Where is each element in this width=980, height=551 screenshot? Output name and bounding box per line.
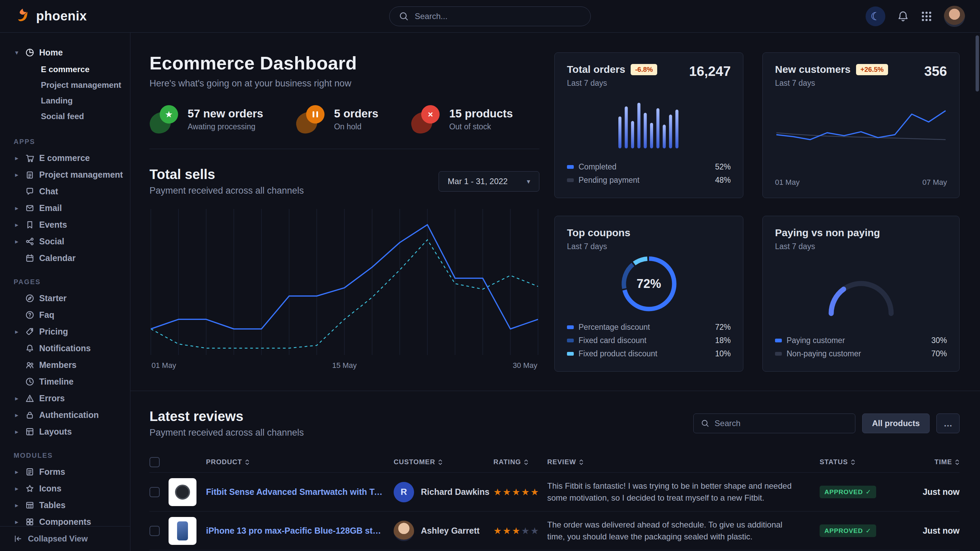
column-header-customer[interactable]: CUSTOMER xyxy=(394,458,493,466)
top-navbar: phoenix ☾ xyxy=(0,0,980,33)
sort-icon xyxy=(438,459,443,466)
sidebar-item-icons[interactable]: ▸ Icons xyxy=(0,480,130,497)
navbar-search[interactable] xyxy=(389,6,591,26)
check-icon: ✓ xyxy=(865,527,871,535)
compass-icon xyxy=(25,294,34,303)
collapse-icon xyxy=(14,534,22,543)
more-options-button[interactable]: … xyxy=(936,413,959,433)
cart-icon xyxy=(25,154,34,163)
order-stats: ★ 57 new orders Awating processing 5 ord… xyxy=(150,89,539,149)
column-header-time[interactable]: TIME xyxy=(905,458,959,466)
sidebar-item-social[interactable]: ▸ Social xyxy=(0,233,130,250)
sidebar-item-notifications[interactable]: Notifications xyxy=(0,340,130,357)
star-icon xyxy=(25,484,34,493)
reviews-subtitle: Payment received across all channels xyxy=(150,427,304,438)
sidebar-item-errors[interactable]: ▸ Errors xyxy=(0,390,130,407)
sidebar-item-email[interactable]: ▸ Email xyxy=(0,200,130,216)
sidebar-item-ecommerce-app[interactable]: ▸ E commerce xyxy=(0,150,130,167)
page-scrollbar[interactable] xyxy=(975,35,979,92)
table-row: iPhone 13 pro max-Pacific Blue-128GB sto… xyxy=(150,511,959,550)
sidebar-item-faq[interactable]: Faq xyxy=(0,306,130,323)
sidebar-item-layouts[interactable]: ▸ Layouts xyxy=(0,423,130,440)
product-link[interactable]: Fitbit Sense Advanced Smartwatch with To… xyxy=(206,487,394,497)
bookmark-icon xyxy=(25,220,34,229)
legend-item: Percentage discount 72% xyxy=(567,321,731,334)
latest-reviews-section: Latest reviews Payment received across a… xyxy=(130,391,980,551)
reviews-search[interactable] xyxy=(693,413,855,433)
reviews-search-input[interactable] xyxy=(715,419,848,428)
legend-item: Non-paying customer 70% xyxy=(775,347,947,360)
sidebar-item-home[interactable]: ▾ Home xyxy=(0,44,130,61)
alert-triangle-icon xyxy=(25,394,34,403)
table-header-row: PRODUCT CUSTOMER RATING REVIEW STATUS TI… xyxy=(150,452,959,473)
search-icon xyxy=(399,11,409,21)
sidebar-item-forms[interactable]: ▸ Forms xyxy=(0,464,130,480)
row-checkbox[interactable] xyxy=(150,487,160,497)
customer-cell[interactable]: R Richard Dawkins xyxy=(394,482,493,502)
stat-new-orders: ★ 57 new orders Awating processing xyxy=(150,105,263,134)
avatar xyxy=(394,521,414,541)
calendar-icon xyxy=(25,254,34,263)
sidebar-item-members[interactable]: Members xyxy=(0,357,130,373)
chat-icon xyxy=(25,187,34,196)
sidebar-item-ecommerce-dashboard[interactable]: E commerce xyxy=(0,62,130,77)
review-text: This Fitbit is fantastic! I was trying t… xyxy=(547,480,819,504)
column-header-review[interactable]: REVIEW xyxy=(547,458,819,466)
total-orders-bar-chart xyxy=(567,88,731,160)
sidebar-item-tables[interactable]: ▸ Tables xyxy=(0,497,130,514)
column-header-rating[interactable]: RATING xyxy=(493,458,547,466)
sidebar-item-project-management-app[interactable]: ▸ Project management xyxy=(0,167,130,183)
column-header-product[interactable]: PRODUCT xyxy=(206,458,394,466)
row-checkbox[interactable] xyxy=(150,526,160,536)
main-content: Ecommerce Dashboard Here's what's going … xyxy=(130,33,980,551)
form-icon xyxy=(25,467,34,476)
brand[interactable]: phoenix xyxy=(15,8,87,25)
notifications-button[interactable] xyxy=(897,10,909,22)
apps-grid-button[interactable] xyxy=(921,11,932,22)
users-icon xyxy=(25,360,34,370)
caret-right-icon: ▸ xyxy=(13,154,21,162)
phoenix-logo-icon xyxy=(15,8,31,25)
sidebar-item-events[interactable]: ▸ Events xyxy=(0,216,130,233)
sidebar-item-pricing[interactable]: ▸ Pricing xyxy=(0,323,130,340)
table-icon xyxy=(25,501,34,510)
sort-icon xyxy=(579,459,584,466)
caret-right-icon: ▸ xyxy=(13,394,21,402)
total-sells-chart: 01 May 15 May 30 May xyxy=(150,208,539,370)
sidebar-item-chat[interactable]: Chat xyxy=(0,183,130,200)
sidebar-item-project-management-dashboard[interactable]: Project management xyxy=(0,77,130,93)
section-label-modules: MODULES xyxy=(0,440,130,464)
column-header-status[interactable]: STATUS xyxy=(819,458,905,466)
date-range-select[interactable]: Mar 1 - 31, 2022 ▾ xyxy=(439,171,539,192)
product-link[interactable]: iPhone 13 pro max-Pacific Blue-128GB sto… xyxy=(206,526,394,536)
section-label-pages: PAGES xyxy=(0,267,130,290)
x-icon: × xyxy=(411,105,440,134)
lock-icon xyxy=(25,410,34,420)
select-all-checkbox[interactable] xyxy=(150,457,160,467)
brand-name: phoenix xyxy=(36,9,87,24)
sidebar-item-landing[interactable]: Landing xyxy=(0,93,130,109)
collapse-sidebar-toggle[interactable]: Collapsed View xyxy=(0,526,130,551)
rating-stars: ★★★★★ xyxy=(493,526,547,537)
all-products-filter-button[interactable]: All products xyxy=(862,413,930,433)
customer-cell[interactable]: Ashley Garrett xyxy=(394,521,493,541)
sidebar-item-social-feed[interactable]: Social feed xyxy=(0,109,130,124)
donut-center-value: 72% xyxy=(619,254,679,314)
sidebar-item-authentication[interactable]: ▸ Authentication xyxy=(0,407,130,423)
sidebar-item-timeline[interactable]: Timeline xyxy=(0,373,130,390)
caret-right-icon: ▸ xyxy=(13,171,21,179)
search-input[interactable] xyxy=(415,11,581,21)
caret-right-icon: ▸ xyxy=(13,468,21,476)
legend-item: Paying customer 30% xyxy=(775,334,947,347)
page-title: Ecommerce Dashboard xyxy=(150,52,539,73)
top-coupons-donut-chart: 72% xyxy=(619,254,679,314)
sidebar-item-calendar[interactable]: Calendar xyxy=(0,250,130,267)
total-orders-card: Total orders -6.8% Last 7 days 16,247 xyxy=(554,52,743,198)
dark-mode-toggle[interactable]: ☾ xyxy=(865,6,885,26)
page-subtitle: Here's what's going on at your business … xyxy=(150,78,539,89)
sidebar-item-starter[interactable]: Starter xyxy=(0,290,130,306)
caret-right-icon: ▸ xyxy=(13,428,21,436)
legend-item: Fixed product discount 10% xyxy=(567,347,731,360)
user-avatar[interactable] xyxy=(944,6,965,27)
product-thumbnail xyxy=(169,478,196,506)
